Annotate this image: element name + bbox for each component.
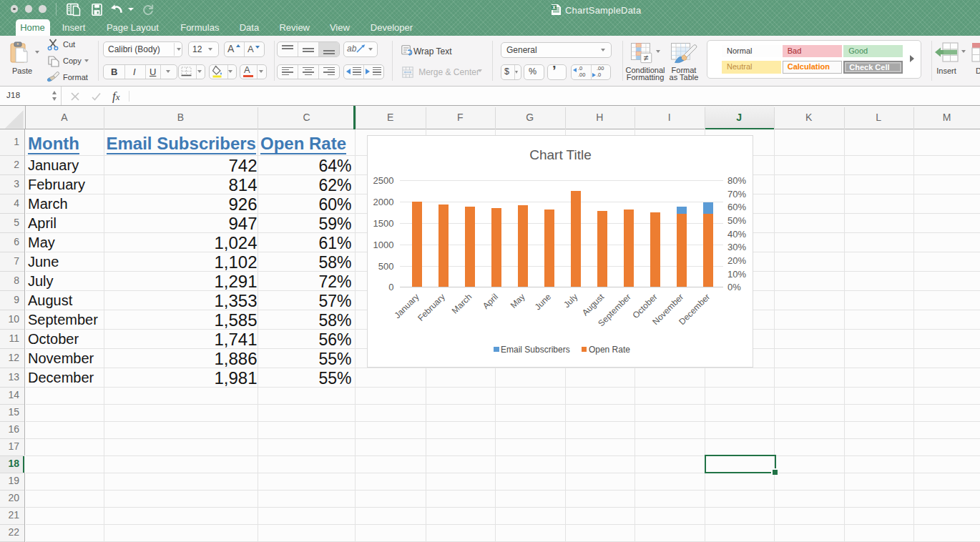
- svg-text:X: X: [552, 5, 556, 10]
- svg-text:≠: ≠: [644, 53, 649, 63]
